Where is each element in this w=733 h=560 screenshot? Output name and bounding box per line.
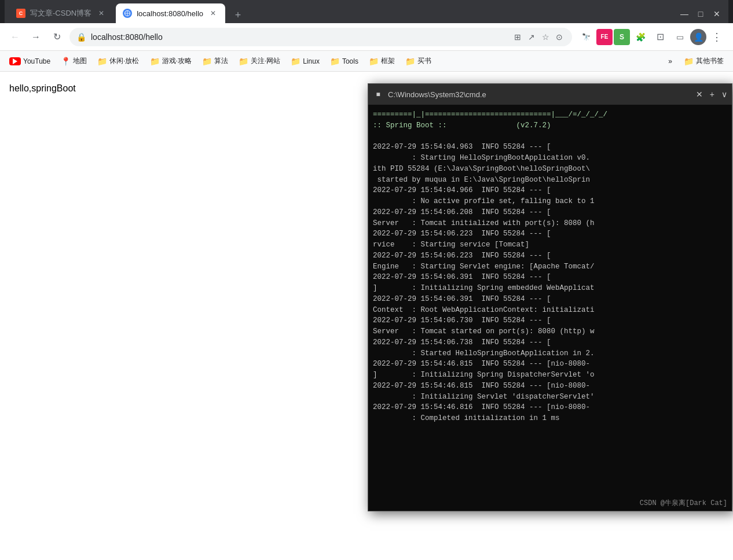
share-icon[interactable]: ↗ <box>526 31 537 43</box>
bookmark-map-label: 地图 <box>73 56 87 66</box>
new-tab-button[interactable]: + <box>230 7 246 23</box>
tab-csdn[interactable]: C 写文章-CSDN博客 ✕ <box>9 3 113 23</box>
cmd-controls: ✕+∨ <box>696 90 727 99</box>
folder-icon: 📁 <box>202 57 212 66</box>
map-icon: 📍 <box>61 57 71 66</box>
bookmark-buy[interactable]: 📁 买书 <box>401 54 436 68</box>
log-line-14: 2022-07-29 15:54:06.391 INFO 55284 --- [ <box>373 294 727 305</box>
cmd-window[interactable]: ■ C:\Windows\System32\cmd.e ✕+∨ ========… <box>368 83 732 511</box>
log-line-1: : Starting HelloSpringBootApplication v0… <box>373 153 727 164</box>
folder-icon: 📁 <box>330 57 340 66</box>
bookmarks-bar: YouTube 📍 地图 📁 休闲·放松 📁 游戏·攻略 📁 算法 📁 关注·网… <box>0 51 733 72</box>
log-line-5: : No active profile set, falling back to… <box>373 196 727 207</box>
folder-icon: 📁 <box>239 57 248 66</box>
ext-s-icon[interactable]: S <box>614 29 630 45</box>
tab-csdn-close[interactable]: ✕ <box>96 8 107 19</box>
cmd-close-button[interactable]: ✕ <box>696 90 703 99</box>
bookmark-linux-label: Linux <box>303 57 320 65</box>
lock-icon: 🔒 <box>76 32 86 42</box>
back-button[interactable]: ← <box>7 29 23 45</box>
log-line-3: started by muqua in E:\Java\SpringBoot\h… <box>373 175 727 186</box>
folder-icon: 📁 <box>97 57 107 66</box>
bookmark-leisure[interactable]: 📁 休闲·放松 <box>93 54 144 68</box>
log-line-9: rvice : Starting service [Tomcat] <box>373 240 727 250</box>
bookmark-leisure-label: 休闲·放松 <box>109 56 139 66</box>
folder-icon: 📁 <box>150 57 160 66</box>
cmd-body: =========|_|============================… <box>368 105 732 511</box>
toolbar-icons: 🔭 FE S 🧩 ⊡ ▭ 👤 ⋮ <box>577 28 726 46</box>
other-bookmarks-folder-icon: 📁 <box>684 57 694 66</box>
bookmark-tools[interactable]: 📁 Tools <box>325 54 363 68</box>
log-line-23: : Initializing Servlet 'dispatcherServle… <box>373 392 727 403</box>
bookmark-framework-label: 框架 <box>381 56 395 66</box>
folder-icon: 📁 <box>405 57 415 66</box>
maximize-button[interactable]: □ <box>694 7 708 21</box>
bookmark-linux[interactable]: 📁 Linux <box>286 54 324 68</box>
log-line-25: : Completed initialization in 1 ms <box>373 413 727 424</box>
tab-localhost-label: localhost:8080/hello <box>137 9 203 18</box>
tab-csdn-label: 写文章-CSDN博客 <box>30 8 91 19</box>
log-line-16: 2022-07-29 15:54:06.730 INFO 55284 --- [ <box>373 315 727 326</box>
youtube-icon <box>9 57 21 65</box>
cmd-watermark: CSDN @牛泉离[Dark Cat] <box>640 498 727 509</box>
forward-button[interactable]: → <box>28 29 44 45</box>
spring-boot-banner-1: :: Spring Boot :: (v2.7.2) <box>373 120 727 131</box>
log-line-4: 2022-07-29 15:54:04.966 INFO 55284 --- [ <box>373 185 727 196</box>
extensions-icon[interactable]: 🧩 <box>631 28 650 46</box>
csdn-tab-icon: C <box>16 9 25 18</box>
bookmark-games[interactable]: 📁 游戏·攻略 <box>145 54 196 68</box>
spring-boot-banner-0: =========|_|============================… <box>373 109 727 120</box>
other-bookmarks[interactable]: 📁 其他书签 <box>679 54 728 68</box>
log-line-2: ith PID 55284 (E:\Java\SpringBoot\helloS… <box>373 164 727 175</box>
log-line-17: Server : Tomcat started on port(s): 8080… <box>373 326 727 337</box>
cmd-title-bar: ■ C:\Windows\System32\cmd.e ✕+∨ <box>368 84 732 105</box>
cmd-title-text: C:\Windows\System32\cmd.e <box>388 90 691 99</box>
bookmark-map[interactable]: 📍 地图 <box>56 54 91 68</box>
bookmark-algo[interactable]: 📁 算法 <box>197 54 233 68</box>
log-line-0: 2022-07-29 15:54:04.963 INFO 55284 --- [ <box>373 142 727 153</box>
log-line-18: 2022-07-29 15:54:06.738 INFO 55284 --- [ <box>373 337 727 348</box>
media-icon[interactable]: ⊙ <box>554 31 565 43</box>
log-line-20: 2022-07-29 15:54:46.815 INFO 55284 --- [… <box>373 359 727 370</box>
bookmark-framework[interactable]: 📁 框架 <box>364 54 400 68</box>
url-icons: ⊞ ↗ ☆ ⊙ <box>512 31 565 43</box>
minimize-button[interactable]: — <box>677 7 691 21</box>
profile-icon[interactable]: 👤 <box>690 29 706 45</box>
bookmark-follow[interactable]: 📁 关注·网站 <box>234 54 285 68</box>
bookmark-follow-label: 关注·网站 <box>251 56 280 66</box>
log-line-6: 2022-07-29 15:54:06.208 INFO 55284 --- [ <box>373 207 727 218</box>
close-button[interactable]: ✕ <box>710 7 724 21</box>
log-line-15: Context : Root WebApplicationContext: in… <box>373 305 727 316</box>
url-bar[interactable]: 🔒 localhost:8080/hello ⊞ ↗ ☆ ⊙ <box>69 28 572 46</box>
tab-localhost[interactable]: localhost:8080/hello ✕ <box>116 3 225 23</box>
other-bookmarks-label: 其他书签 <box>696 56 724 66</box>
more-options-icon[interactable]: ⋮ <box>708 28 726 46</box>
more-bookmarks: » 📁 其他书签 <box>664 54 728 68</box>
log-line-11: Engine : Starting Servlet engine: [Apach… <box>373 261 727 272</box>
tab-localhost-close[interactable]: ✕ <box>208 8 218 19</box>
tab-bar: C 写文章-CSDN博客 ✕ localhost:8080/hello ✕ + … <box>5 0 728 23</box>
bookmark-buy-label: 买书 <box>417 56 431 66</box>
translate-icon[interactable]: ⊞ <box>512 31 523 43</box>
bookmark-star-icon[interactable]: ☆ <box>540 31 551 43</box>
log-line-10: 2022-07-29 15:54:06.223 INFO 55284 --- [ <box>373 250 727 261</box>
reload-button[interactable]: ↻ <box>49 29 65 45</box>
folder-icon: 📁 <box>369 57 379 66</box>
log-line-12: 2022-07-29 15:54:06.391 INFO 55284 --- [ <box>373 272 727 283</box>
cmd-spacer-0 <box>373 131 727 142</box>
split-icon[interactable]: ⊡ <box>651 28 669 46</box>
cmd-chevron-button[interactable]: ∨ <box>721 90 727 99</box>
log-line-21: ] : Initializing Spring DispatcherServle… <box>373 370 727 381</box>
sidebar-icon[interactable]: ▭ <box>670 28 689 46</box>
page-content: hello,springBoot ■ C:\Windows\System32\c… <box>0 72 733 537</box>
cmd-plus-button[interactable]: + <box>710 90 714 99</box>
url-text: localhost:8080/hello <box>91 32 507 42</box>
search-labs-icon[interactable]: 🔭 <box>577 28 595 46</box>
log-line-19: : Started HelloSpringBootApplication in … <box>373 348 727 359</box>
log-line-24: 2022-07-29 15:54:46.816 INFO 55284 --- [… <box>373 402 727 413</box>
bookmark-algo-label: 算法 <box>214 56 228 66</box>
bookmark-tools-label: Tools <box>342 57 358 65</box>
more-bookmarks-button[interactable]: » <box>664 55 677 68</box>
bookmark-youtube[interactable]: YouTube <box>5 55 55 68</box>
ext-fe-icon[interactable]: FE <box>596 29 613 45</box>
